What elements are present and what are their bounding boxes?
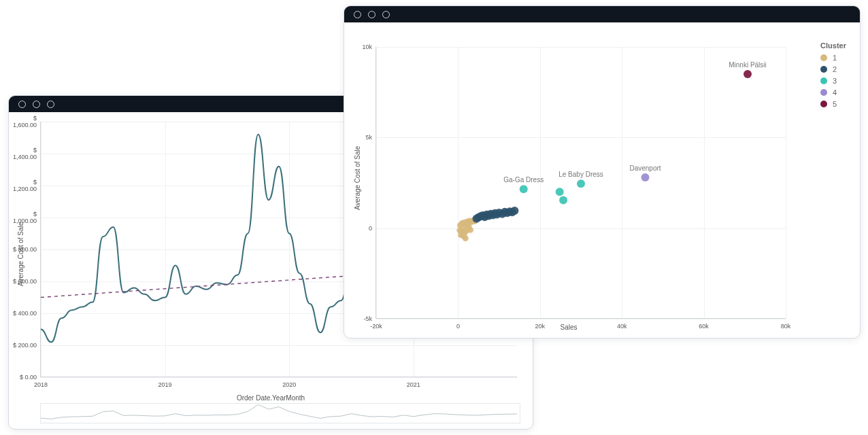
y-tick-label: 10k — [345, 44, 372, 50]
scatter-point[interactable] — [510, 207, 518, 215]
legend-swatch-icon — [820, 89, 827, 96]
window-dot-icon[interactable] — [18, 101, 26, 108]
y-tick-label: $ 800.00 — [10, 246, 37, 253]
x-tick-label: 80k — [781, 323, 791, 330]
legend-item[interactable]: 5 — [820, 100, 846, 108]
y-tick-label: $ 1,600.00 — [10, 115, 37, 128]
legend-label: 3 — [833, 77, 837, 85]
scatter-point[interactable] — [556, 188, 564, 196]
scatter-point[interactable] — [520, 185, 528, 193]
x-tick-label: 2019 — [158, 381, 172, 388]
y-tick-label: $ 0.00 — [10, 374, 37, 381]
y-tick-label: 0 — [345, 225, 372, 232]
legend-label: 5 — [833, 100, 837, 108]
cluster-legend: Cluster 12345 — [820, 41, 846, 111]
legend-label: 1 — [833, 54, 837, 62]
y-tick-label: $ 1,200.00 — [10, 179, 37, 192]
x-tick-label: 0 — [456, 323, 460, 330]
legend-item[interactable]: 2 — [820, 65, 846, 73]
x-tick-label: 2021 — [407, 381, 420, 388]
scatter-chart-plot: -5k05k10k-20k020k40k60k80kGa-Ga DressLe … — [375, 47, 786, 319]
y-axis-title: Average Cost of Sale — [354, 146, 361, 210]
y-tick-label: $ 1,000.00 — [10, 211, 37, 224]
x-tick-label: 20k — [535, 323, 546, 330]
point-label: Minnki Pälsii — [729, 61, 767, 69]
scatter-point[interactable] — [641, 173, 650, 181]
scatter-chart-window: Average Cost of Sale -5k05k10k-20k020k40… — [344, 5, 861, 338]
x-tick-label: 2018 — [34, 381, 48, 388]
scatter-point[interactable] — [458, 232, 464, 238]
legend-label: 2 — [833, 65, 837, 73]
x-tick-label: 2020 — [282, 381, 296, 388]
window-titlebar[interactable] — [344, 6, 860, 22]
legend-item[interactable]: 3 — [820, 77, 846, 85]
point-label: Davenport — [629, 164, 661, 172]
scatter-point[interactable] — [460, 226, 466, 232]
y-tick-label: $ 200.00 — [10, 342, 37, 349]
y-tick-label: $ 600.00 — [10, 278, 37, 285]
legend-label: 4 — [833, 88, 837, 97]
window-dot-icon[interactable] — [33, 101, 40, 108]
legend-item[interactable]: 1 — [820, 54, 846, 62]
point-label: Ga-Ga Dress — [503, 176, 544, 184]
window-dot-icon[interactable] — [354, 11, 361, 18]
legend-swatch-icon — [820, 101, 827, 107]
window-dot-icon[interactable] — [382, 11, 390, 18]
y-tick-label: $ 1,400.00 — [10, 147, 37, 160]
y-axis-title: Average Cost of Sale — [17, 222, 24, 286]
y-tick-label: $ 400.00 — [10, 310, 37, 317]
overview-mini-chart[interactable] — [40, 403, 520, 423]
window-dot-icon[interactable] — [47, 101, 54, 108]
legend-title: Cluster — [820, 41, 846, 50]
scatter-point[interactable] — [577, 179, 585, 188]
scatter-point[interactable] — [744, 70, 752, 78]
x-tick-label: 40k — [617, 323, 627, 330]
x-axis-title: Sales — [560, 324, 577, 331]
legend-swatch-icon — [820, 77, 827, 84]
window-dot-icon[interactable] — [368, 11, 375, 18]
x-tick-label: -20k — [370, 323, 382, 330]
x-tick-label: 60k — [699, 323, 709, 330]
point-label: Le Baby Dress — [558, 171, 603, 178]
legend-item[interactable]: 4 — [820, 88, 846, 97]
y-tick-label: -5k — [345, 315, 372, 322]
legend-swatch-icon — [820, 66, 827, 73]
scatter-point[interactable] — [559, 196, 567, 205]
x-axis-title: Order Date.YearMonth — [237, 394, 305, 402]
y-tick-label: 5k — [345, 134, 372, 141]
legend-swatch-icon — [820, 54, 827, 61]
